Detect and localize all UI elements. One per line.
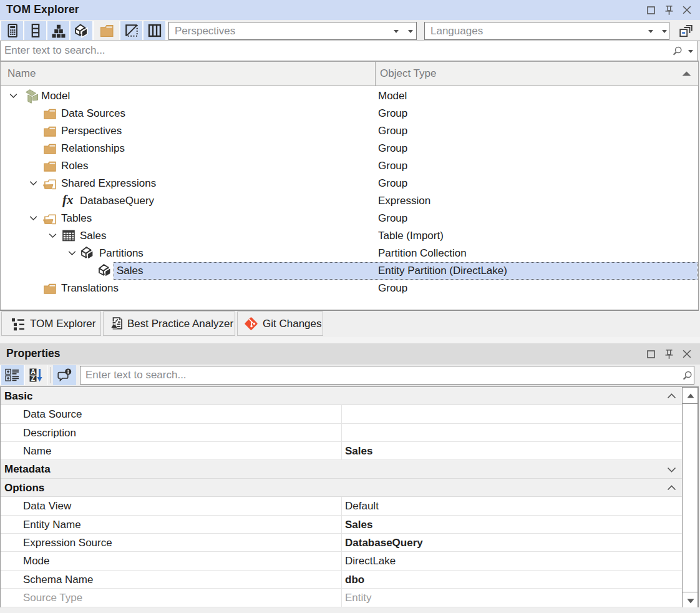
- svg-text:Z: Z: [31, 375, 36, 382]
